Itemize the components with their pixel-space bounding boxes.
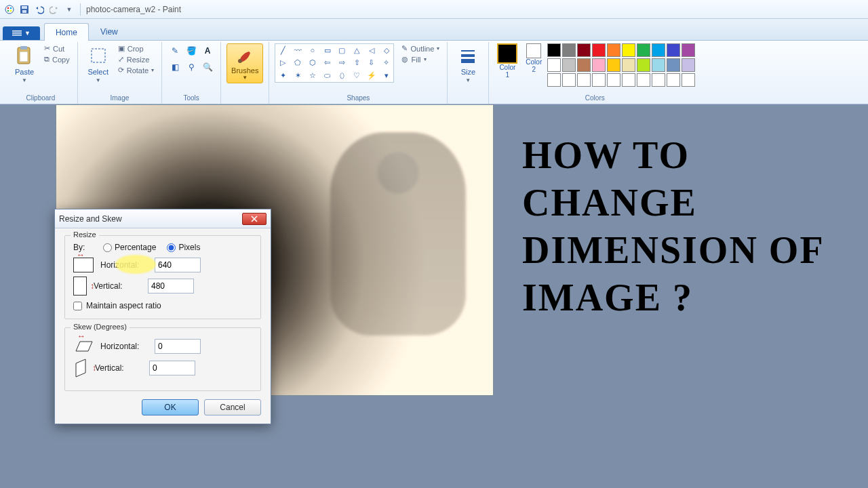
palette-swatch[interactable] [547, 58, 561, 72]
maintain-aspect-checkbox[interactable]: Maintain aspect ratio [73, 301, 252, 310]
skew-legend: Skew (Degrees) [71, 323, 130, 331]
overlay-caption: How to change dimension of image ? [522, 131, 867, 321]
shape-fill-button[interactable]: ◍Fill ▾ [399, 54, 441, 64]
close-icon [250, 216, 258, 222]
group-shapes: ╱〰○▭▢△◁◇ ▷⬠⬡⇦⇨⇧⇩✧ ✦✶☆⬭⬯♡⚡▾ ✎Outline ▾ ◍F… [269, 42, 448, 104]
crop-icon: ▣ [118, 44, 125, 53]
group-label-image: Image [83, 94, 156, 103]
qat-dropdown-icon[interactable]: ▼ [64, 4, 75, 15]
palette-swatch[interactable] [622, 43, 635, 57]
rotate-button[interactable]: ⟳Rotate ▾ [116, 65, 156, 75]
app-icon [4, 4, 15, 15]
palette-swatch[interactable] [592, 58, 606, 72]
group-colors: Color 1 Color 2 Colors [489, 42, 701, 104]
palette-swatch[interactable] [652, 73, 665, 87]
palette-swatch[interactable] [667, 58, 680, 72]
group-clipboard: Paste ▼ ✂Cut ⧉Copy Clipboard [4, 42, 78, 104]
eraser-tool[interactable]: ◧ [167, 60, 182, 75]
palette-swatch[interactable] [667, 73, 680, 87]
svg-point-4 [10, 9, 12, 12]
svg-marker-19 [76, 342, 92, 351]
palette-swatch[interactable] [562, 43, 576, 57]
color-palette[interactable] [547, 43, 695, 87]
cancel-button[interactable]: Cancel [204, 399, 261, 415]
resize-button[interactable]: ⤢Resize [116, 54, 156, 64]
palette-swatch[interactable] [592, 73, 606, 87]
brushes-button[interactable]: Brushes ▼ [226, 43, 263, 83]
palette-swatch[interactable] [622, 73, 635, 87]
palette-swatch[interactable] [607, 58, 620, 72]
cut-button[interactable]: ✂Cut [42, 43, 72, 54]
svg-point-0 [5, 5, 14, 14]
pencil-tool[interactable]: ✎ [167, 43, 182, 58]
palette-swatch[interactable] [622, 58, 635, 72]
window-title: photoc-camera_w2 - Paint [86, 5, 181, 14]
magnifier-tool[interactable]: 🔍 [200, 60, 215, 75]
skew-h-label: Horizontal: [100, 342, 148, 351]
radio-pixels[interactable]: Pixels [167, 243, 200, 252]
text-tool[interactable]: A [200, 43, 215, 58]
close-button[interactable] [242, 213, 267, 225]
crop-button[interactable]: ▣Crop [116, 43, 156, 54]
palette-swatch[interactable] [607, 43, 620, 57]
undo-icon[interactable] [34, 4, 45, 15]
ok-button[interactable]: OK [142, 399, 199, 415]
group-label-brushes [226, 94, 263, 103]
svg-marker-20 [76, 359, 85, 377]
svg-rect-8 [12, 30, 22, 32]
group-brushes: Brushes ▼ [221, 42, 269, 104]
palette-swatch[interactable] [682, 73, 695, 87]
palette-swatch[interactable] [577, 58, 591, 72]
palette-swatch[interactable] [637, 58, 650, 72]
ribbon: Paste ▼ ✂Cut ⧉Copy Clipboard Select ▼ ▣C… [0, 41, 868, 104]
select-button[interactable]: Select ▼ [83, 43, 113, 85]
svg-rect-14 [92, 49, 105, 62]
redo-icon[interactable] [49, 4, 60, 15]
resize-v-label: Vertical: [94, 281, 141, 291]
tab-view[interactable]: View [89, 22, 130, 40]
picker-tool[interactable]: ⚲ [184, 60, 199, 75]
radio-percentage[interactable]: Percentage [103, 243, 156, 252]
save-icon[interactable] [19, 4, 30, 15]
palette-swatch[interactable] [562, 73, 576, 87]
resize-horizontal-input[interactable] [155, 258, 201, 272]
skew-vertical-input[interactable] [149, 361, 195, 375]
color1-button[interactable]: Color 1 [494, 43, 520, 79]
skew-v-label: Vertical: [95, 363, 142, 373]
palette-swatch[interactable] [577, 43, 591, 57]
palette-swatch[interactable] [652, 58, 665, 72]
canvas-area: How to change dimension of image ? Resiz… [0, 104, 868, 488]
file-tab[interactable]: ▼ [3, 26, 40, 40]
color2-button[interactable]: Color 2 [523, 43, 545, 73]
size-icon [457, 45, 479, 66]
copy-button[interactable]: ⧉Copy [42, 54, 72, 64]
size-button[interactable]: Size ▼ [453, 43, 483, 85]
palette-swatch[interactable] [547, 43, 561, 57]
palette-swatch[interactable] [652, 43, 665, 57]
svg-rect-6 [22, 6, 27, 9]
resize-vertical-input[interactable] [148, 279, 194, 293]
palette-swatch[interactable] [682, 43, 695, 57]
skew-h-icon: ↔ [73, 339, 94, 354]
tab-home[interactable]: Home [44, 23, 89, 41]
dialog-title: Resize and Skew [59, 214, 122, 224]
shapes-gallery[interactable]: ╱〰○▭▢△◁◇ ▷⬠⬡⇦⇨⇧⇩✧ ✦✶☆⬭⬯♡⚡▾ [275, 43, 394, 83]
shape-outline-button[interactable]: ✎Outline ▾ [399, 43, 441, 54]
palette-swatch[interactable] [682, 58, 695, 72]
fill-tool[interactable]: 🪣 [184, 43, 199, 58]
title-bar: ▼ photoc-camera_w2 - Paint [0, 0, 868, 19]
palette-swatch[interactable] [547, 73, 561, 87]
palette-swatch[interactable] [637, 43, 650, 57]
quick-access-toolbar: ▼ [4, 4, 75, 15]
palette-swatch[interactable] [562, 58, 576, 72]
paste-button[interactable]: Paste ▼ [9, 43, 39, 85]
palette-swatch[interactable] [607, 73, 620, 87]
palette-swatch[interactable] [637, 73, 650, 87]
palette-swatch[interactable] [592, 43, 606, 57]
group-image: Select ▼ ▣Crop ⤢Resize ⟳Rotate ▾ Image [78, 42, 162, 104]
palette-swatch[interactable] [667, 43, 680, 57]
skew-horizontal-input[interactable] [155, 339, 201, 354]
dialog-titlebar[interactable]: Resize and Skew [55, 209, 271, 228]
palette-swatch[interactable] [577, 73, 591, 87]
group-label-size [453, 94, 483, 103]
